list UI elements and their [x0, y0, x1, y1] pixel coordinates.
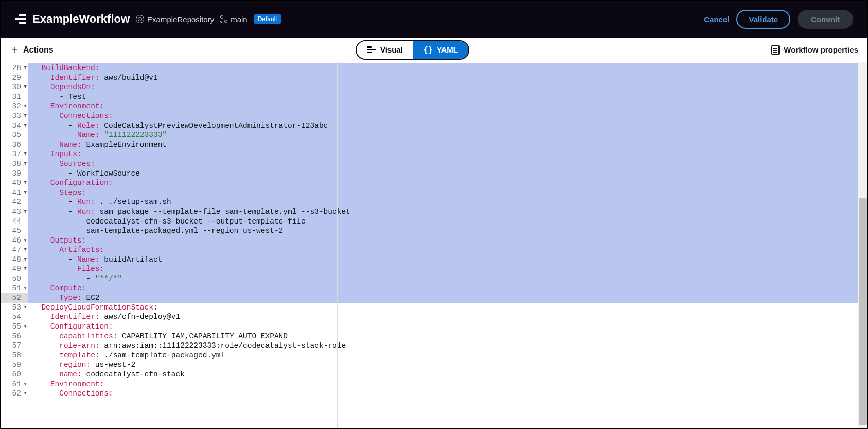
code-line[interactable]: role-arn: arn:aws:iam::111122223333:role… [28, 341, 867, 351]
code-line[interactable]: Connections: [28, 389, 867, 399]
line-number[interactable]: 46▼ [1, 236, 28, 246]
line-number[interactable]: 37▼ [1, 149, 28, 159]
code-line[interactable]: Compute: [28, 284, 867, 294]
fold-toggle-icon[interactable]: ▼ [23, 207, 27, 217]
line-number[interactable]: 55▼ [1, 322, 28, 332]
line-number[interactable]: 58 [1, 351, 28, 361]
vertical-scrollbar[interactable] [858, 62, 867, 428]
code-line[interactable]: name: codecatalyst-cfn-stack [28, 370, 867, 380]
code-line[interactable]: - WorkflowSource [28, 169, 867, 179]
fold-toggle-icon[interactable]: ▼ [23, 159, 27, 169]
line-number[interactable]: 50 [1, 274, 28, 284]
code-line[interactable]: Identifier: aws/cfn-deploy@v1 [28, 312, 867, 322]
code-line[interactable]: - Run: . ./setup-sam.sh [28, 197, 867, 207]
line-number[interactable]: 31 [1, 92, 28, 102]
line-number[interactable]: 28▼ [1, 63, 28, 73]
line-number[interactable]: 33▼ [1, 111, 28, 121]
fold-toggle-icon[interactable]: ▼ [23, 82, 27, 92]
code-line[interactable]: - Run: sam package --template-file sam-t… [28, 207, 867, 217]
code-line[interactable]: DependsOn: [28, 82, 867, 92]
yaml-editor[interactable]: 28▼2930▼3132▼33▼34▼353637▼38▼3940▼41▼424… [1, 62, 867, 428]
line-number[interactable]: 53▼ [1, 303, 28, 313]
code-line[interactable]: Files: [28, 264, 867, 274]
line-number[interactable]: 49▼ [1, 264, 28, 274]
line-gutter[interactable]: 28▼2930▼3132▼33▼34▼353637▼38▼3940▼41▼424… [1, 62, 28, 399]
fold-toggle-icon[interactable]: ▼ [23, 322, 27, 332]
code-line[interactable]: Sources: [28, 159, 867, 169]
fold-toggle-icon[interactable]: ▼ [23, 255, 27, 265]
fold-toggle-icon[interactable]: ▼ [23, 284, 27, 294]
line-number[interactable]: 60 [1, 370, 28, 380]
code-line[interactable]: capabilities: CAPABILITY_IAM,CAPABILITY_… [28, 332, 867, 341]
fold-toggle-icon[interactable]: ▼ [23, 178, 27, 188]
fold-toggle-icon[interactable]: ▼ [23, 264, 27, 274]
code-line[interactable]: sam-template-packaged.yml --region us-we… [28, 226, 867, 236]
code-line[interactable]: Artifacts: [28, 245, 867, 255]
line-number[interactable]: 42 [1, 197, 28, 207]
code-line[interactable]: BuildBackend: [28, 63, 867, 73]
scrollbar-thumb[interactable] [859, 198, 867, 425]
line-number[interactable]: 34▼ [1, 121, 28, 131]
code-content[interactable]: BuildBackend: Identifier: aws/build@v1 D… [28, 62, 867, 399]
line-number[interactable]: 48▼ [1, 255, 28, 265]
line-number[interactable]: 35 [1, 130, 28, 140]
code-line[interactable]: - Name: buildArtifact [28, 255, 867, 265]
code-line[interactable]: template: ./sam-template-packaged.yml [28, 351, 867, 361]
line-number[interactable]: 29 [1, 73, 28, 83]
code-line[interactable]: Configuration: [28, 178, 867, 188]
code-line[interactable]: - Role: CodeCatalystPreviewDevelopmentAd… [28, 121, 867, 131]
line-number[interactable]: 61▼ [1, 380, 28, 389]
tab-visual[interactable]: Visual [357, 41, 413, 59]
line-number[interactable]: 39 [1, 169, 28, 179]
line-number[interactable]: 57 [1, 341, 28, 351]
line-number[interactable]: 45 [1, 226, 28, 236]
code-line[interactable]: Environment: [28, 380, 867, 389]
code-line[interactable]: Name: ExampleEnvironment [28, 140, 867, 150]
code-line[interactable]: codecatalyst-cfn-s3-bucket --output-temp… [28, 217, 867, 227]
code-line[interactable]: Configuration: [28, 322, 867, 332]
line-number[interactable]: 47▼ [1, 245, 28, 255]
cancel-button[interactable]: Cancel [704, 15, 729, 24]
code-line[interactable]: region: us-west-2 [28, 360, 867, 370]
line-number[interactable]: 52 [1, 293, 28, 303]
line-number[interactable]: 59 [1, 360, 28, 370]
line-number[interactable]: 56 [1, 332, 28, 341]
line-number[interactable]: 32▼ [1, 101, 28, 111]
fold-toggle-icon[interactable]: ▼ [23, 149, 27, 159]
fold-toggle-icon[interactable]: ▼ [23, 236, 27, 246]
fold-toggle-icon[interactable]: ▼ [23, 389, 27, 399]
fold-toggle-icon[interactable]: ▼ [23, 380, 27, 389]
code-line[interactable]: Outputs: [28, 236, 867, 246]
branch-chip[interactable]: main [220, 15, 247, 24]
line-number[interactable]: 40▼ [1, 178, 28, 188]
code-line[interactable]: Steps: [28, 188, 867, 198]
fold-toggle-icon[interactable]: ▼ [23, 188, 27, 198]
line-number[interactable]: 38▼ [1, 159, 28, 169]
line-number[interactable]: 36 [1, 140, 28, 150]
fold-toggle-icon[interactable]: ▼ [23, 245, 27, 255]
fold-toggle-icon[interactable]: ▼ [23, 303, 27, 313]
fold-toggle-icon[interactable]: ▼ [23, 121, 27, 131]
code-line[interactable]: - "**/*" [28, 274, 867, 284]
line-number[interactable]: 30▼ [1, 82, 28, 92]
line-number[interactable]: 43▼ [1, 207, 28, 217]
tab-yaml[interactable]: {} YAML [413, 41, 468, 59]
fold-toggle-icon[interactable]: ▼ [23, 101, 27, 111]
line-number[interactable]: 54 [1, 312, 28, 322]
code-line[interactable]: DeployCloudFormationStack: [28, 303, 867, 313]
code-line[interactable]: Inputs: [28, 149, 867, 159]
actions-button[interactable]: ＋ Actions [10, 43, 54, 57]
code-line[interactable]: - Test [28, 92, 867, 102]
code-line[interactable]: Connections: [28, 111, 867, 121]
workflow-properties-button[interactable]: Workflow properties [771, 45, 858, 55]
line-number[interactable]: 62▼ [1, 389, 28, 399]
code-line[interactable]: Type: EC2 [28, 293, 867, 303]
repository-chip[interactable]: ExampleRepository [136, 15, 214, 24]
line-number[interactable]: 41▼ [1, 188, 28, 198]
code-line[interactable]: Identifier: aws/build@v1 [28, 73, 867, 83]
fold-toggle-icon[interactable]: ▼ [23, 111, 27, 121]
fold-toggle-icon[interactable]: ▼ [23, 63, 27, 73]
code-line[interactable]: Name: "111122223333" [28, 130, 867, 140]
line-number[interactable]: 44 [1, 217, 28, 227]
validate-button[interactable]: Validate [736, 10, 790, 29]
